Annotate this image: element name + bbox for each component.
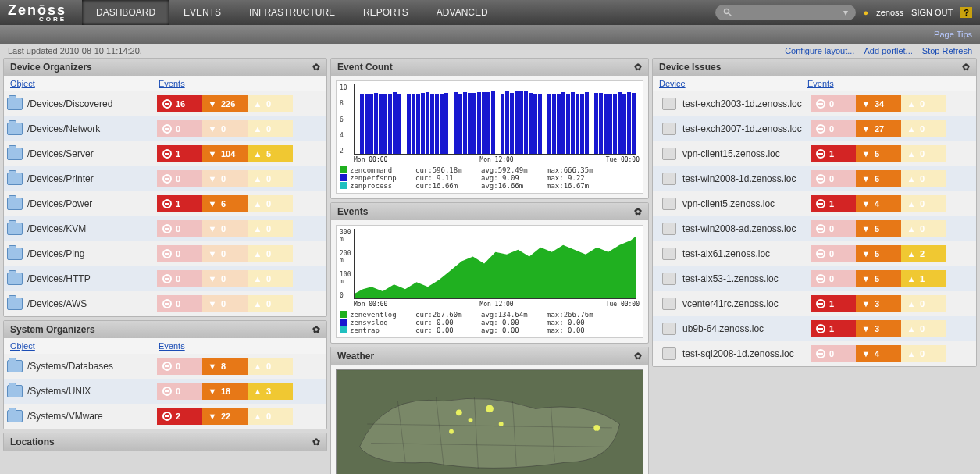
warn-badge[interactable]: ▲0 bbox=[901, 320, 946, 337]
err-badge[interactable]: ▼6 bbox=[202, 195, 248, 212]
col-events[interactable]: Events bbox=[807, 79, 834, 88]
col-events[interactable]: Events bbox=[159, 79, 185, 88]
err-badge[interactable]: ▼5 bbox=[856, 245, 901, 262]
crit-badge[interactable]: 16 bbox=[157, 95, 202, 112]
meta-link[interactable]: Stop Refresh bbox=[922, 46, 972, 55]
warn-badge[interactable]: ▲5 bbox=[248, 145, 293, 162]
err-badge[interactable]: ▼5 bbox=[856, 220, 901, 237]
err-badge[interactable]: ▼3 bbox=[856, 320, 901, 337]
warn-badge[interactable]: ▲0 bbox=[901, 295, 946, 312]
crit-badge[interactable]: 1 bbox=[811, 320, 856, 337]
device-link[interactable]: ub9b-64.zenoss.loc bbox=[656, 323, 804, 335]
warn-badge[interactable]: ▲0 bbox=[901, 95, 946, 112]
warn-badge[interactable]: ▲0 bbox=[248, 120, 293, 137]
gear-icon[interactable]: ✿ bbox=[312, 437, 320, 447]
err-badge[interactable]: ▼6 bbox=[856, 170, 901, 187]
warn-badge[interactable]: ▲3 bbox=[248, 383, 293, 400]
device-link[interactable]: test-exch2007-1d.zenoss.loc bbox=[656, 123, 804, 135]
signout-link[interactable]: SIGN OUT bbox=[911, 8, 953, 17]
organizer-link[interactable]: /Devices/Power bbox=[7, 198, 157, 210]
crit-badge[interactable]: 0 bbox=[157, 295, 202, 312]
organizer-link[interactable]: /Systems/Databases bbox=[7, 360, 157, 372]
crit-badge[interactable]: 0 bbox=[811, 120, 856, 137]
warn-badge[interactable]: ▲0 bbox=[248, 220, 293, 237]
crit-badge[interactable]: 0 bbox=[811, 270, 856, 287]
gear-icon[interactable]: ✿ bbox=[312, 324, 320, 335]
err-badge[interactable]: ▼0 bbox=[202, 120, 248, 137]
crit-badge[interactable]: 0 bbox=[157, 383, 202, 400]
crit-badge[interactable]: 1 bbox=[811, 195, 856, 212]
err-badge[interactable]: ▼0 bbox=[202, 220, 248, 237]
crit-badge[interactable]: 0 bbox=[157, 120, 202, 137]
dropdown-icon[interactable]: ▾ bbox=[843, 7, 848, 18]
username-link[interactable]: zenoss bbox=[876, 8, 903, 17]
crit-badge[interactable]: 0 bbox=[811, 95, 856, 112]
warn-badge[interactable]: ▲1 bbox=[901, 270, 946, 287]
nav-events[interactable]: EVENTS bbox=[169, 0, 235, 25]
warn-badge[interactable]: ▲0 bbox=[901, 220, 946, 237]
organizer-link[interactable]: /Devices/HTTP bbox=[7, 273, 157, 285]
nav-dashboard[interactable]: DASHBOARD bbox=[82, 0, 169, 25]
gear-icon[interactable]: ✿ bbox=[634, 206, 642, 217]
err-badge[interactable]: ▼4 bbox=[856, 345, 901, 362]
warn-badge[interactable]: ▲0 bbox=[248, 95, 293, 112]
crit-badge[interactable]: 0 bbox=[811, 345, 856, 362]
err-badge[interactable]: ▼3 bbox=[856, 295, 901, 312]
gear-icon[interactable]: ✿ bbox=[312, 62, 320, 73]
organizer-link[interactable]: /Systems/VMware bbox=[7, 410, 157, 422]
nav-reports[interactable]: REPORTS bbox=[349, 0, 422, 25]
organizer-link[interactable]: /Devices/Ping bbox=[7, 248, 157, 260]
organizer-link[interactable]: /Devices/Network bbox=[7, 123, 157, 135]
col-device[interactable]: Device bbox=[659, 79, 807, 88]
err-badge[interactable]: ▼4 bbox=[856, 195, 901, 212]
crit-badge[interactable]: 0 bbox=[157, 170, 202, 187]
device-link[interactable]: vpn-client15.zenoss.loc bbox=[656, 148, 804, 160]
crit-badge[interactable]: 0 bbox=[157, 270, 202, 287]
err-badge[interactable]: ▼34 bbox=[856, 95, 901, 112]
err-badge[interactable]: ▼18 bbox=[202, 383, 248, 400]
device-link[interactable]: test-win2008-1d.zenoss.loc bbox=[656, 173, 804, 185]
warn-badge[interactable]: ▲0 bbox=[248, 358, 293, 375]
device-link[interactable]: test-exch2003-1d.zenoss.loc bbox=[656, 98, 804, 110]
warn-badge[interactable]: ▲0 bbox=[248, 295, 293, 312]
col-events[interactable]: Events bbox=[159, 341, 185, 351]
warn-badge[interactable]: ▲0 bbox=[248, 245, 293, 262]
crit-badge[interactable]: 1 bbox=[811, 145, 856, 162]
err-badge[interactable]: ▼8 bbox=[202, 358, 248, 375]
crit-badge[interactable]: 1 bbox=[157, 195, 202, 212]
col-object[interactable]: Object bbox=[10, 341, 159, 351]
warn-badge[interactable]: ▲0 bbox=[248, 270, 293, 287]
help-icon[interactable]: ? bbox=[960, 7, 972, 18]
crit-badge[interactable]: 0 bbox=[157, 220, 202, 237]
nav-infrastructure[interactable]: INFRASTRUCTURE bbox=[235, 0, 349, 25]
nav-advanced[interactable]: ADVANCED bbox=[422, 0, 502, 25]
err-badge[interactable]: ▼27 bbox=[856, 120, 901, 137]
err-badge[interactable]: ▼22 bbox=[202, 408, 248, 425]
organizer-link[interactable]: /Devices/KVM bbox=[7, 223, 157, 235]
organizer-link[interactable]: /Systems/UNIX bbox=[7, 385, 157, 397]
weather-map[interactable] bbox=[336, 369, 643, 474]
warn-badge[interactable]: ▲2 bbox=[901, 245, 946, 262]
gear-icon[interactable]: ✿ bbox=[634, 351, 642, 362]
warn-badge[interactable]: ▲0 bbox=[248, 195, 293, 212]
err-badge[interactable]: ▼0 bbox=[202, 270, 248, 287]
crit-badge[interactable]: 1 bbox=[811, 295, 856, 312]
device-link[interactable]: test-aix53-1.zenoss.loc bbox=[656, 273, 804, 285]
device-link[interactable]: test-sql2008-1d.zenoss.loc bbox=[656, 347, 804, 360]
crit-badge[interactable]: 1 bbox=[157, 145, 202, 162]
crit-badge[interactable]: 0 bbox=[811, 245, 856, 262]
warn-badge[interactable]: ▲0 bbox=[901, 145, 946, 162]
organizer-link[interactable]: /Devices/Server bbox=[7, 148, 157, 160]
device-link[interactable]: test-aix61.zenoss.loc bbox=[656, 248, 804, 260]
crit-badge[interactable]: 0 bbox=[157, 245, 202, 262]
warn-badge[interactable]: ▲0 bbox=[248, 408, 293, 425]
err-badge[interactable]: ▼5 bbox=[856, 270, 901, 287]
search-input[interactable]: ▾ bbox=[715, 5, 856, 20]
warn-badge[interactable]: ▲0 bbox=[248, 170, 293, 187]
organizer-link[interactable]: /Devices/Printer bbox=[7, 173, 157, 185]
crit-badge[interactable]: 0 bbox=[811, 170, 856, 187]
warn-badge[interactable]: ▲0 bbox=[901, 345, 946, 362]
meta-link[interactable]: Add portlet... bbox=[864, 46, 912, 55]
err-badge[interactable]: ▼0 bbox=[202, 245, 248, 262]
gear-icon[interactable]: ✿ bbox=[962, 62, 970, 73]
